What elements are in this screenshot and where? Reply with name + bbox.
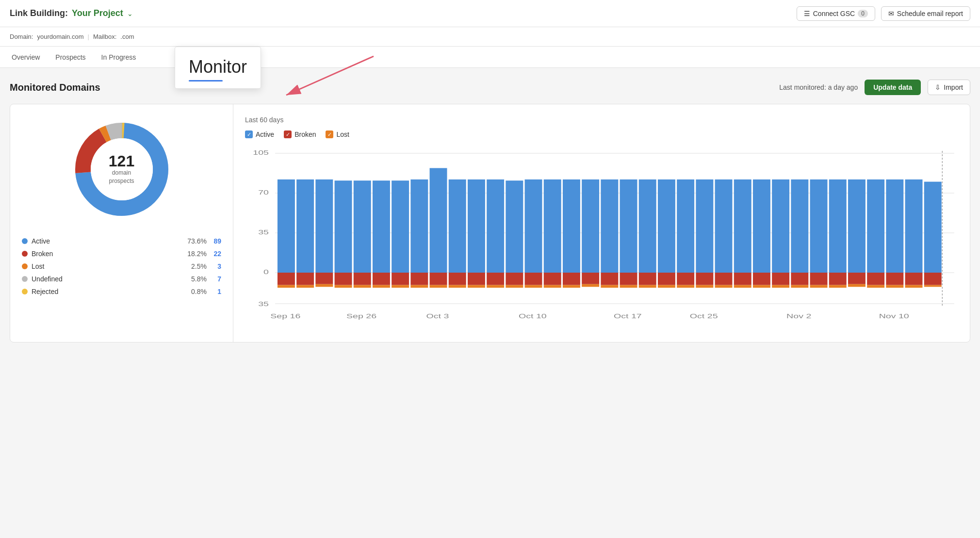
x-label: Nov 2: [786, 313, 811, 319]
chart-period: Last 60 days: [245, 116, 958, 124]
bar-active: [772, 179, 789, 273]
bar-lost: [734, 285, 751, 288]
top-bar-right: ☰ Connect GSC 0 ✉ Schedule email report: [797, 6, 970, 21]
bar-lost: [639, 285, 656, 288]
bar-lost: [563, 285, 580, 288]
monitor-underline: [189, 80, 223, 82]
section-header: Monitored Domains Last monitored: a day …: [10, 80, 970, 95]
legend-pct: 73.6%: [182, 237, 207, 245]
bar-broken: [639, 273, 656, 285]
bar-active: [886, 179, 903, 273]
legend-name: Active: [32, 237, 75, 245]
legend-dot: [22, 276, 28, 282]
svg-text:70: 70: [258, 189, 269, 196]
bar-active: [278, 179, 295, 273]
bar-active: [296, 179, 314, 273]
section-title: Monitored Domains: [10, 82, 100, 93]
bar-lost: [354, 285, 371, 288]
bar-active: [810, 179, 828, 273]
bar-lost: [506, 285, 523, 288]
legend-pct: 5.8%: [182, 275, 207, 283]
nav-item-prospects[interactable]: Prospects: [53, 47, 87, 68]
bar-broken: [468, 273, 485, 285]
x-label: Sep 16: [270, 313, 300, 319]
legend-dot: [22, 251, 28, 257]
right-panel: Last 60 days ✓ Active ✓ Broken ✓ Lost 10…: [233, 104, 970, 342]
legend-name: Broken: [32, 250, 75, 258]
nav-item-in-progress[interactable]: In Progress: [99, 47, 138, 68]
chevron-down-icon[interactable]: ⌄: [127, 10, 133, 17]
svg-text:35: 35: [258, 229, 269, 235]
connect-gsc-button[interactable]: ☰ Connect GSC 0: [797, 6, 875, 21]
import-button[interactable]: ⇩ Import: [928, 80, 970, 95]
bar-lost: [829, 285, 847, 288]
bar-lost: [753, 285, 770, 288]
bar-lost: [620, 285, 637, 288]
email-icon: ✉: [888, 10, 894, 17]
legend-name: Rejected: [32, 288, 75, 295]
mailbox-label: Mailbox:: [93, 33, 116, 40]
bar-active: [392, 180, 409, 273]
nav-item-overview[interactable]: Overview: [10, 47, 42, 68]
chart-legend-item: ✓ Active: [245, 130, 274, 138]
bar-lost: [468, 285, 485, 288]
bar-lost: [335, 285, 352, 288]
bar-active: [430, 168, 447, 273]
bar-broken: [791, 273, 808, 285]
legend-row: Active 73.6% 89: [22, 237, 221, 245]
bar-active: [544, 179, 561, 273]
schedule-email-button[interactable]: ✉ Schedule email report: [881, 6, 970, 21]
bar-active: [563, 179, 580, 273]
bar-broken: [296, 273, 314, 285]
bar-broken: [924, 273, 942, 285]
bar-lost: [772, 285, 789, 288]
project-name[interactable]: Your Project: [72, 8, 123, 18]
nav-item-monitor[interactable]: [149, 47, 153, 68]
bar-active: [468, 179, 485, 273]
bar-active: [829, 179, 847, 273]
bar-lost: [544, 285, 561, 288]
bar-active: [753, 179, 770, 273]
svg-text:35: 35: [258, 301, 269, 307]
bar-broken: [392, 273, 409, 285]
bar-broken: [563, 273, 580, 285]
check-icon: ✓: [284, 130, 292, 138]
bar-lost: [715, 285, 733, 288]
bar-broken: [354, 273, 371, 285]
bar-active: [620, 179, 637, 273]
x-label: Sep 26: [346, 313, 376, 319]
gsc-icon: ☰: [804, 10, 810, 17]
bar-lost: [810, 285, 828, 288]
bar-active: [715, 179, 733, 273]
legend-dot: [22, 238, 28, 244]
legend-row: Lost 2.5% 3: [22, 262, 221, 270]
top-bar: Link Building: Your Project ⌄ ☰ Connect …: [0, 0, 980, 27]
bar-chart-svg: 105 70 35 0 35 Sep 16Sep 26Oct 3Oct 10Oc: [245, 146, 958, 330]
legend-name: Undefined: [32, 275, 75, 283]
update-data-button[interactable]: Update data: [865, 80, 921, 95]
schedule-email-label: Schedule email report: [897, 10, 963, 17]
bar-lost: [392, 285, 409, 288]
legend-count: 1: [207, 288, 221, 295]
x-label: Nov 10: [879, 313, 909, 319]
sub-bar: Domain: yourdomain.com | Mailbox: .com: [0, 27, 980, 47]
bar-broken: [430, 273, 447, 285]
bar-broken: [715, 273, 733, 285]
bar-broken: [449, 273, 466, 285]
bar-lost: [867, 285, 884, 288]
legend-pct: 2.5%: [182, 262, 207, 270]
bar-broken: [677, 273, 694, 285]
bar-broken: [810, 273, 828, 285]
legend-left: Broken: [22, 250, 182, 258]
donut-label: domain prospects: [109, 169, 134, 185]
bar-lost: [677, 285, 694, 288]
legend-row: Rejected 0.8% 1: [22, 288, 221, 295]
legend-dot: [22, 289, 28, 294]
gsc-badge: 0: [858, 10, 868, 17]
section-header-right: Last monitored: a day ago Update data ⇩ …: [779, 80, 970, 95]
bar-broken: [658, 273, 675, 285]
bar-broken: [734, 273, 751, 285]
bar-active: [410, 179, 428, 273]
bar-lost: [791, 285, 808, 288]
bar-broken: [487, 273, 504, 285]
